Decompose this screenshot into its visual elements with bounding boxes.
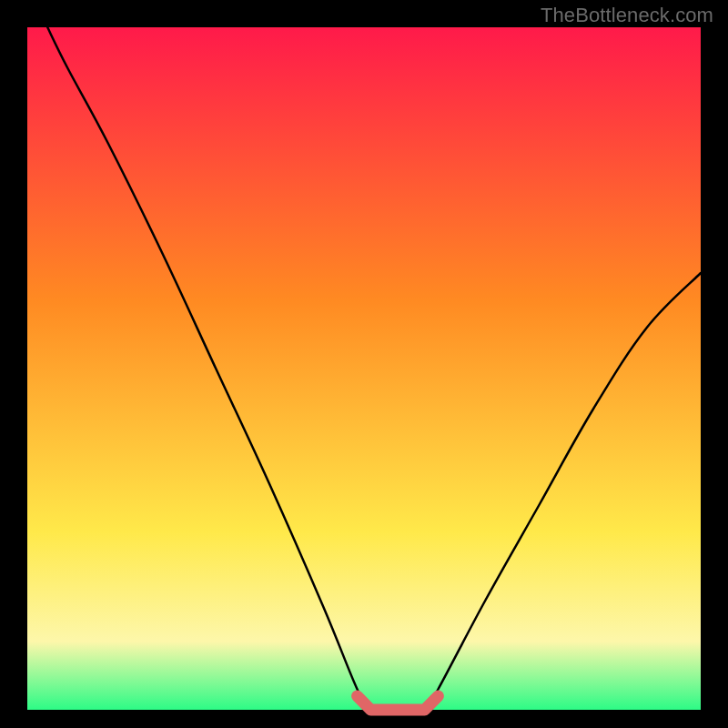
plot-background (27, 27, 701, 710)
chart-svg (0, 0, 728, 728)
chart-stage: TheBottleneck.com (0, 0, 728, 728)
watermark-text: TheBottleneck.com (541, 4, 713, 27)
